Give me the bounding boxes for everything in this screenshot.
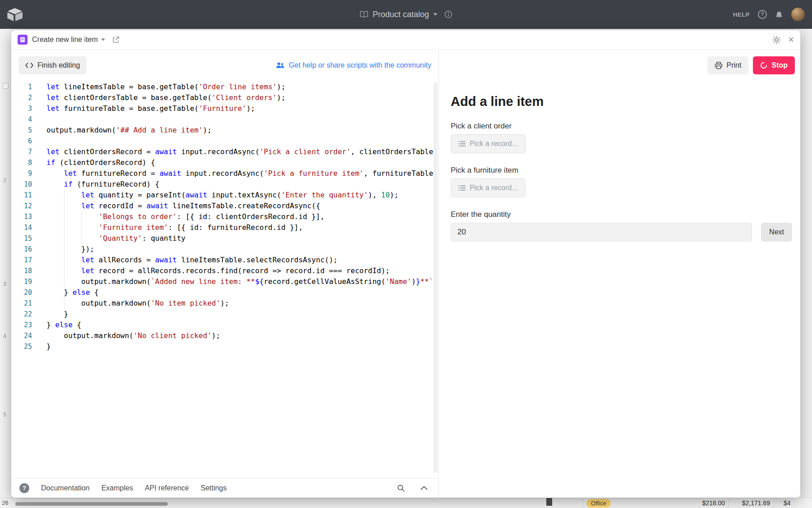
code-line[interactable]: output.markdown('No client picked');: [46, 330, 438, 341]
line-number: 14: [11, 222, 32, 233]
code-line[interactable]: [46, 136, 438, 146]
stop-button[interactable]: Stop: [753, 56, 795, 74]
code-scrollbar[interactable]: [434, 82, 438, 473]
background-row-number: 4: [3, 333, 6, 339]
code-line[interactable]: if (clientOrdersRecord) {: [46, 157, 438, 168]
code-line[interactable]: } else {: [46, 287, 438, 298]
code-line[interactable]: }: [46, 309, 438, 320]
pick-client-order-button[interactable]: Pick a record...: [451, 134, 526, 153]
background-bottom-strip: 26 Office $218.00 $2,171.69 $4: [0, 498, 812, 508]
print-button[interactable]: Print: [707, 56, 749, 74]
documentation-link[interactable]: Documentation: [41, 484, 90, 492]
chevron-down-icon[interactable]: [101, 38, 105, 41]
code-editor-pane: Finish editing Get help or share scripts…: [11, 50, 439, 498]
line-number: 9: [11, 168, 32, 179]
base-title-group[interactable]: Product catalog: [360, 10, 452, 19]
finish-editing-button[interactable]: Finish editing: [18, 56, 87, 74]
help-bar-actions: [397, 484, 430, 492]
code-line[interactable]: [46, 114, 438, 125]
gear-icon[interactable]: [772, 36, 781, 44]
close-icon[interactable]: ×: [788, 35, 794, 45]
script-modal: Create new line item: [11, 30, 800, 498]
examples-link[interactable]: Examples: [102, 484, 133, 492]
indent-guide: [64, 244, 65, 255]
avatar[interactable]: [791, 8, 805, 21]
code-line[interactable]: let allRecords = await lineItemsTable.se…: [46, 255, 438, 265]
indent-guide: [64, 190, 65, 201]
code-line[interactable]: 'Belongs to order': [{ id: clientOrdersR…: [46, 211, 438, 222]
code-line[interactable]: 'Furniture item': [{ id: furnitureRecord…: [46, 222, 438, 233]
base-title: Product catalog: [373, 10, 429, 19]
background-right-strip: [800, 29, 812, 498]
code-line[interactable]: let clientOrdersRecord = await input.rec…: [46, 146, 438, 157]
search-icon[interactable]: [397, 484, 405, 492]
info-icon[interactable]: [444, 10, 452, 18]
output-toolbar: Print Stop: [439, 50, 800, 74]
pick-furniture-item-button[interactable]: Pick a record...: [451, 178, 526, 197]
line-number: 17: [11, 255, 32, 265]
amount-cell[interactable]: $218.00: [702, 499, 725, 507]
amount-cell[interactable]: $4: [784, 499, 791, 507]
line-number: 25: [11, 341, 32, 352]
line-number: 10: [11, 179, 32, 190]
indent-guide: [64, 233, 65, 244]
amount-cell[interactable]: $2,171.69: [742, 499, 770, 507]
code-line[interactable]: 'Quantity': quantity: [46, 233, 438, 244]
code-line[interactable]: output.markdown('No item picked');: [46, 298, 438, 309]
indent-guide: [64, 265, 65, 276]
output-content: Add a line item Pick a client order Pick…: [439, 74, 800, 254]
code-line[interactable]: let record = allRecords.records.find(rec…: [46, 265, 438, 276]
code-line[interactable]: let furnitureRecord = await input.record…: [46, 168, 438, 179]
api-reference-link[interactable]: API reference: [145, 484, 189, 492]
code-line[interactable]: let furnitureTable = base.getTable('Furn…: [46, 103, 438, 114]
bell-icon[interactable]: [775, 11, 783, 18]
indent-guide: [64, 211, 65, 222]
code-line[interactable]: let lineItemsTable = base.getTable('Orde…: [46, 82, 438, 92]
share-icon[interactable]: [112, 36, 120, 43]
code-line[interactable]: }: [46, 341, 438, 352]
chevron-down-icon[interactable]: [433, 13, 438, 16]
code-line[interactable]: } else {: [46, 320, 438, 330]
people-icon: [276, 62, 285, 69]
code-line[interactable]: output.markdown(`Added new line item: **…: [46, 276, 438, 287]
script-title[interactable]: Create new line item: [32, 36, 98, 44]
code-area[interactable]: 1234567891011121314151617181920212223242…: [11, 79, 438, 478]
indent-guide: [64, 298, 65, 309]
airtable-logo[interactable]: [7, 8, 23, 21]
background-row-number: 5: [3, 412, 6, 418]
furniture-item-field: Pick a furniture item Pick a record...: [451, 166, 792, 197]
quantity-label: Enter the quantity: [451, 210, 792, 219]
line-number: 13: [11, 211, 32, 222]
quantity-input[interactable]: [451, 223, 752, 242]
line-number: 12: [11, 201, 32, 211]
category-cell-pill[interactable]: Office: [586, 499, 611, 508]
topbar-right: HELP ?: [733, 8, 805, 21]
stop-button-label: Stop: [771, 61, 788, 69]
background-row-checkbox: [3, 83, 9, 89]
code-line[interactable]: if (furnitureRecord) {: [46, 179, 438, 190]
modal-header-actions: ×: [772, 35, 794, 45]
community-link[interactable]: Get help or share scripts with the commu…: [276, 61, 431, 69]
line-number: 24: [11, 330, 32, 341]
help-question-icon[interactable]: ?: [758, 10, 767, 19]
code-line[interactable]: let quantity = parseInt(await input.text…: [46, 190, 438, 201]
background-row-number: 3: [3, 281, 6, 287]
indent-guide: [64, 201, 65, 211]
code-line[interactable]: let clientOrdersTable = base.getTable('C…: [46, 92, 438, 103]
code-line[interactable]: let recordId = await lineItemsTable.crea…: [46, 201, 438, 211]
code-lines[interactable]: let lineItemsTable = base.getTable('Orde…: [32, 82, 438, 478]
help-circle-icon[interactable]: ?: [19, 483, 29, 493]
code-line[interactable]: });: [46, 244, 438, 255]
code-line[interactable]: output.markdown('## Add a line item');: [46, 125, 438, 136]
finish-editing-label: Finish editing: [37, 61, 80, 69]
settings-link[interactable]: Settings: [201, 484, 227, 492]
community-link-label: Get help or share scripts with the commu…: [289, 61, 431, 69]
collapse-chevron-icon[interactable]: [420, 486, 428, 490]
horizontal-scrollbar[interactable]: [15, 502, 168, 506]
next-button[interactable]: Next: [761, 223, 792, 242]
background-corner-row-number: 26: [2, 499, 8, 506]
editor-help-bar: ? Documentation Examples API reference S…: [11, 478, 438, 498]
scrollbar-corner[interactable]: [546, 498, 552, 506]
printer-icon: [715, 62, 723, 69]
help-label[interactable]: HELP: [733, 11, 750, 18]
